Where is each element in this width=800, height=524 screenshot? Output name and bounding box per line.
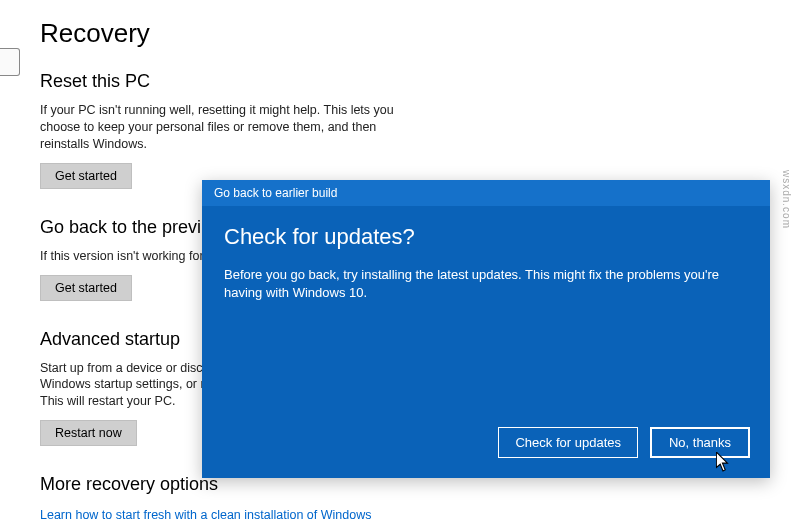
watermark-text: wsxdn.com <box>781 170 792 229</box>
dialog-text: Before you go back, try installing the l… <box>224 266 724 302</box>
go-back-dialog: Go back to earlier build Check for updat… <box>202 180 770 478</box>
no-thanks-button[interactable]: No, thanks <box>650 427 750 458</box>
dialog-body: Check for updates? Before you go back, t… <box>202 206 770 427</box>
reset-desc: If your PC isn't running well, resetting… <box>40 102 400 153</box>
reset-get-started-button[interactable]: Get started <box>40 163 132 189</box>
dialog-title: Check for updates? <box>224 224 748 250</box>
more-recovery-section: More recovery options Learn how to start… <box>40 474 760 523</box>
page-title: Recovery <box>40 18 760 49</box>
side-tab-stub[interactable] <box>0 48 20 76</box>
check-for-updates-button[interactable]: Check for updates <box>498 427 638 458</box>
advanced-restart-button[interactable]: Restart now <box>40 420 137 446</box>
reset-title: Reset this PC <box>40 71 760 92</box>
more-recovery-link[interactable]: Learn how to start fresh with a clean in… <box>40 508 371 522</box>
dialog-header: Go back to earlier build <box>202 180 770 206</box>
reset-section: Reset this PC If your PC isn't running w… <box>40 71 760 189</box>
go-back-get-started-button[interactable]: Get started <box>40 275 132 301</box>
dialog-footer: Check for updates No, thanks <box>202 427 770 478</box>
